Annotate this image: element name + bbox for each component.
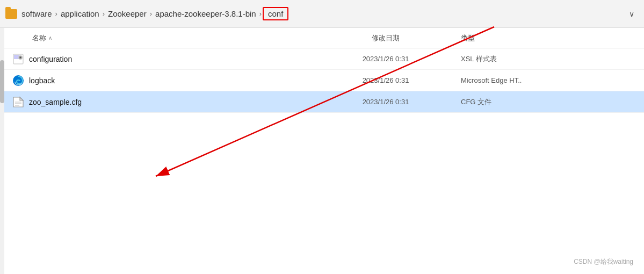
file-name-label: zoo_sample.cfg (29, 98, 82, 106)
breadcrumb-software[interactable]: software (19, 8, 54, 19)
table-header: 名称 ∧ 修改日期 类型 (4, 28, 644, 48)
svg-marker-7 (20, 97, 23, 100)
table-row[interactable]: configuration 2023/1/26 0:31 XSL 样式表 (4, 48, 644, 70)
breadcrumb-container: software › application › Zookeeper › apa… (19, 7, 625, 20)
sort-arrow: ∧ (48, 35, 52, 41)
file-name-label: configuration (29, 55, 72, 63)
breadcrumb-application[interactable]: application (59, 8, 102, 19)
sep-3: › (149, 10, 153, 18)
xsl-file-icon (12, 53, 25, 66)
file-date-cell: 2023/1/26 0:31 (316, 98, 455, 106)
breadcrumb-zookeeper[interactable]: Zookeeper (106, 8, 149, 19)
address-bar: software › application › Zookeeper › apa… (0, 0, 644, 28)
file-type-cell: XSL 样式表 (455, 54, 644, 64)
svg-point-4 (20, 56, 21, 57)
table-row[interactable]: logback 2023/1/26 0:31 Microsoft Edge HT… (4, 70, 644, 91)
file-date-cell: 2023/1/26 0:31 (316, 76, 455, 84)
file-name-label: logback (29, 76, 55, 85)
file-type-cell: CFG 文件 (455, 97, 644, 107)
table-row[interactable]: zoo_sample.cfg 2023/1/26 0:31 CFG 文件 (4, 91, 644, 113)
scrollbar-thumb[interactable] (0, 60, 4, 103)
file-date-cell: 2023/1/26 0:31 (316, 55, 455, 63)
edge-file-icon (12, 74, 25, 87)
breadcrumb-conf[interactable]: conf (263, 7, 288, 20)
chevron-down-icon[interactable]: ∨ (625, 8, 639, 20)
left-scrollbar[interactable] (0, 28, 4, 274)
sep-4: › (258, 10, 263, 18)
file-explorer-content: 名称 ∧ 修改日期 类型 configuration 2023 (4, 28, 644, 113)
watermark: CSDN @给我waiting (574, 257, 633, 266)
sep-2: › (102, 10, 106, 18)
file-name-cell: logback (4, 74, 316, 87)
col-type-header[interactable]: 类型 (455, 33, 644, 43)
file-type-cell: Microsoft Edge HT.. (455, 76, 644, 84)
file-name-cell: configuration (4, 53, 316, 66)
file-name-cell: zoo_sample.cfg (4, 96, 316, 109)
sep-1: › (54, 10, 59, 18)
col-name-header[interactable]: 名称 ∧ (4, 33, 316, 43)
breadcrumb-apache-zookeeper[interactable]: apache-zookeeper-3.8.1-bin (153, 8, 258, 19)
folder-nav-icon (5, 9, 17, 19)
cfg-file-icon (12, 96, 25, 109)
col-date-header[interactable]: 修改日期 (316, 33, 455, 43)
